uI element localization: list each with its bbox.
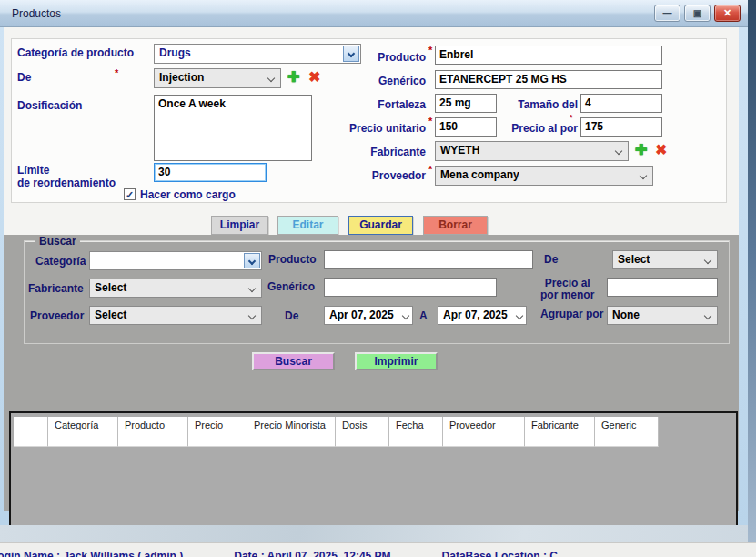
generic-label: Genérico	[353, 75, 426, 87]
required-asterisk: *	[570, 113, 573, 122]
delete-type-icon[interactable]: ✖	[308, 70, 320, 85]
chevron-down-icon	[248, 312, 256, 319]
retail-price-input[interactable]: 175	[580, 117, 662, 137]
search-supplier-select[interactable]: Select	[89, 306, 262, 325]
category-label: Categoría de producto	[17, 46, 134, 59]
search-product-input[interactable]	[324, 250, 533, 269]
group-by-select[interactable]: None	[607, 306, 718, 325]
table-header-row: CategoríaProductoPrecioPrecio MinoristaD…	[14, 417, 659, 447]
table-column-header[interactable]: Precio Minorista	[247, 417, 336, 447]
group-by-label: Agrupar por	[540, 308, 603, 320]
search-type-select[interactable]: Select	[612, 250, 718, 269]
search-manufacturer-select[interactable]: Select	[89, 278, 262, 298]
product-input[interactable]: Enbrel	[435, 46, 662, 65]
chevron-down-icon	[704, 312, 711, 319]
search-category-select[interactable]	[89, 251, 262, 270]
table-column-header[interactable]: Categoría	[48, 417, 118, 447]
manufacturer-label: Fabricante	[353, 146, 426, 158]
date-to-picker[interactable]: Apr 07, 2025	[438, 306, 527, 325]
dosage-label: Dosificación	[17, 99, 82, 112]
type-label: De	[17, 71, 31, 84]
window-content: Categoría de producto Drugs De * Injecti…	[4, 27, 739, 511]
required-asterisk: *	[428, 164, 432, 175]
chevron-down-icon	[267, 75, 275, 82]
supplier-select[interactable]: Mena company	[435, 166, 653, 186]
search-retail-input[interactable]	[607, 278, 718, 297]
delete-button[interactable]: Borrar	[423, 216, 488, 235]
delete-manufacturer-icon[interactable]: ✖	[655, 143, 667, 157]
status-date: Date : April 07, 2025, 12:45 PM	[234, 550, 390, 557]
required-asterisk: *	[428, 116, 432, 127]
chevron-down-icon	[615, 147, 622, 155]
table-corner-cell	[14, 417, 48, 447]
maximize-button[interactable]: ▣	[684, 5, 711, 22]
close-button[interactable]: ✕	[714, 5, 741, 22]
pack-size-label: Tamaño del	[503, 98, 578, 111]
table-column-header[interactable]: Proveedor	[443, 417, 525, 447]
charge-checkbox[interactable]: ✓	[124, 188, 136, 200]
product-label: Producto	[353, 51, 426, 64]
status-bar-text: Login Name : Jack Williams ( admin )Date…	[0, 550, 609, 557]
category-select[interactable]: Drugs	[154, 44, 361, 64]
table-columns: CategoríaProductoPrecioPrecio MinoristaD…	[48, 417, 659, 447]
search-groupbox-title: Buscar	[35, 235, 80, 248]
table-column-header[interactable]: Fecha	[389, 417, 443, 447]
search-button[interactable]: Buscar	[252, 352, 335, 370]
charge-checkbox-label: Hacer como cargo	[140, 188, 236, 201]
required-asterisk: *	[115, 67, 118, 78]
print-button[interactable]: Imprimir	[355, 352, 438, 370]
search-type-label: De	[544, 253, 558, 266]
strength-label: Fortaleza	[353, 98, 426, 111]
search-groupbox: Buscar Categoría Producto De Select Fabr…	[24, 240, 730, 344]
search-generic-input[interactable]	[324, 278, 497, 297]
strength-input[interactable]: 25 mg	[435, 94, 497, 113]
required-asterisk: *	[428, 45, 432, 56]
productos-window: Productos — ▣ ✕ Categoría de producto Dr…	[0, 0, 748, 525]
chevron-down-icon[interactable]	[244, 253, 260, 268]
minimize-button[interactable]: —	[654, 5, 680, 22]
search-retail-label: Precio al por menor	[540, 278, 594, 301]
search-supplier-label: Proveedor	[30, 309, 84, 322]
status-login: Login Name : Jack Williams ( admin )	[0, 550, 183, 557]
table-column-header[interactable]: Fabricante	[525, 417, 595, 447]
generic-input[interactable]: ETANERCEPT 25 MG HS	[435, 70, 662, 89]
table-column-header[interactable]: Precio	[188, 417, 247, 447]
search-manufacturer-label: Fabricante	[28, 282, 84, 295]
date-from-label: De	[285, 309, 298, 322]
title-bar[interactable]: Productos — ▣ ✕	[0, 0, 748, 27]
save-button[interactable]: Guardar	[348, 216, 413, 235]
search-generic-label: Genérico	[267, 280, 315, 293]
add-manufacturer-icon[interactable]: ✚	[635, 143, 647, 157]
unit-price-input[interactable]: 150	[435, 117, 497, 137]
edit-button[interactable]: Editar	[277, 216, 338, 235]
date-to-label: A	[419, 309, 428, 322]
search-category-label: Categoría	[35, 255, 86, 268]
chevron-down-icon	[640, 172, 647, 179]
date-from-picker[interactable]: Apr 07, 2025	[324, 306, 413, 325]
clear-button[interactable]: Limpiar	[211, 216, 268, 235]
product-form-panel: Categoría de producto Drugs De * Injecti…	[11, 38, 727, 203]
table-column-header[interactable]: Producto	[118, 417, 188, 447]
status-db: DataBase Location : C	[442, 550, 558, 557]
search-section: Buscar Categoría Producto De Select Fabr…	[4, 235, 739, 511]
chevron-down-icon	[704, 257, 711, 264]
add-type-icon[interactable]: ✚	[287, 70, 299, 85]
manufacturer-select[interactable]: WYETH	[435, 141, 629, 161]
search-product-label: Producto	[268, 253, 317, 266]
reorder-limit-input[interactable]: 30	[154, 163, 267, 182]
app-status-bar: Login Name : Jack Williams ( admin )Date…	[0, 542, 756, 557]
background-right-strip	[748, 0, 756, 557]
desktop-background	[0, 525, 748, 542]
table-column-header[interactable]: Dosis	[336, 417, 389, 447]
pack-size-input[interactable]: 4	[580, 94, 662, 113]
window-title: Productos	[12, 7, 61, 20]
supplier-label: Proveedor	[353, 169, 426, 182]
chevron-down-icon	[516, 312, 523, 319]
unit-price-label: Precio unitario	[339, 122, 426, 135]
reorder-limit-label: Límite de reordenamiento	[17, 165, 116, 190]
dosage-textarea[interactable]: Once A week	[154, 95, 312, 161]
results-table[interactable]: CategoríaProductoPrecioPrecio MinoristaD…	[9, 411, 738, 537]
table-column-header[interactable]: Generic	[595, 417, 659, 447]
type-select[interactable]: Injection	[154, 68, 281, 88]
chevron-down-icon	[402, 312, 409, 319]
